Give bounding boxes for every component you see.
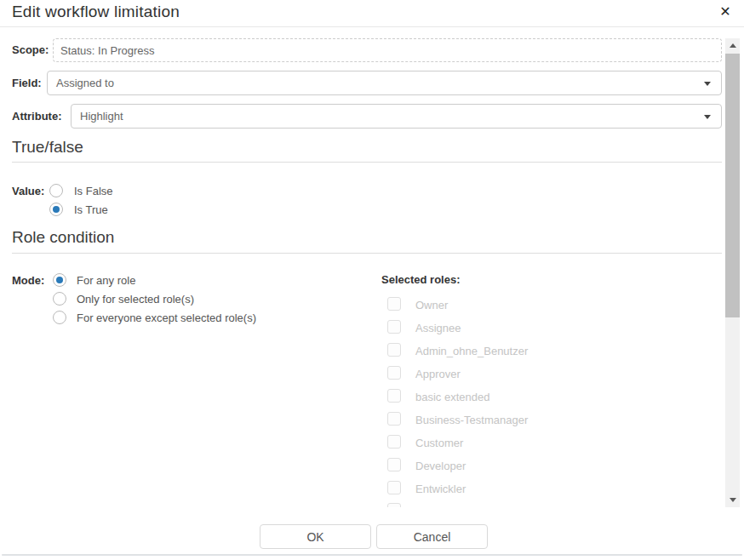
dialog-bottom-border xyxy=(2,554,742,556)
attribute-select[interactable]: Highlight xyxy=(71,104,722,129)
role-label: Business-Testmanager xyxy=(415,414,528,426)
role-item-partial xyxy=(381,503,637,507)
dropdown-caret-icon xyxy=(704,82,711,86)
role-checkbox[interactable] xyxy=(387,503,401,507)
scrollbar-down-arrow-icon[interactable] xyxy=(725,493,740,507)
role-checkbox[interactable] xyxy=(387,343,401,357)
role-label: Assignee xyxy=(415,322,461,334)
section-heading-true-false: True/false xyxy=(12,138,83,157)
attribute-label: Attribute: xyxy=(12,110,62,123)
field-select[interactable]: Assigned to xyxy=(47,71,722,95)
role-item-assignee: Assignee xyxy=(381,320,637,337)
role-label: Customer xyxy=(415,437,463,449)
radio-for-any-role-label[interactable]: For any role xyxy=(77,274,135,287)
role-label: Owner xyxy=(415,299,448,311)
role-item-business-testmanager: Business-Testmanager xyxy=(381,412,637,429)
scope-label: Scope: xyxy=(12,43,49,56)
section-heading-role-condition: Role condition xyxy=(12,228,114,247)
role-checkbox[interactable] xyxy=(387,297,401,311)
close-icon[interactable]: ✕ xyxy=(717,3,734,20)
role-item-owner: Owner xyxy=(381,297,637,314)
section-divider xyxy=(12,253,722,254)
scope-input[interactable] xyxy=(53,38,722,62)
radio-is-true[interactable] xyxy=(49,203,63,216)
radio-for-any-role[interactable] xyxy=(53,273,66,287)
role-item-customer: Customer xyxy=(381,435,637,452)
field-select-value: Assigned to xyxy=(56,77,114,89)
section-divider xyxy=(12,162,722,163)
role-item-entwickler: Entwickler xyxy=(381,481,637,498)
role-item-developer: Developer xyxy=(381,458,637,475)
dialog-title: Edit workflow limitation xyxy=(12,3,180,21)
role-label: Developer xyxy=(415,460,466,472)
role-checkbox[interactable] xyxy=(387,481,401,494)
dialog-header: Edit workflow limitation ✕ xyxy=(0,0,744,27)
scrollbar-thumb[interactable] xyxy=(725,54,740,317)
role-checkbox[interactable] xyxy=(387,389,401,403)
radio-is-false[interactable] xyxy=(49,184,63,197)
field-label: Field: xyxy=(12,77,42,89)
radio-is-false-label[interactable]: Is False xyxy=(74,185,113,197)
role-label: basic extended xyxy=(415,391,489,403)
role-checkbox[interactable] xyxy=(387,435,401,449)
radio-everyone-except-selected[interactable] xyxy=(53,311,66,324)
vertical-scrollbar[interactable] xyxy=(725,38,740,507)
radio-only-selected-roles[interactable] xyxy=(53,292,66,306)
role-label: Entwickler xyxy=(415,483,466,495)
role-item-admin-ohne-benutzer: Admin_ohne_Benutzer xyxy=(381,343,637,360)
role-checkbox[interactable] xyxy=(387,412,401,426)
ok-button[interactable]: OK xyxy=(260,524,371,549)
role-item-basic-extended: basic extended xyxy=(381,389,637,406)
scrollbar-up-arrow-icon[interactable] xyxy=(725,38,740,53)
role-label: Admin_ohne_Benutzer xyxy=(415,345,528,357)
dropdown-caret-icon xyxy=(704,115,711,119)
role-checkbox[interactable] xyxy=(387,458,401,471)
radio-everyone-except-selected-label[interactable]: For everyone except selected role(s) xyxy=(77,311,256,324)
cancel-button[interactable]: Cancel xyxy=(376,524,488,549)
role-item-approver: Approver xyxy=(381,366,637,383)
mode-label: Mode: xyxy=(12,274,44,287)
role-checkbox[interactable] xyxy=(387,366,401,380)
selected-roles-label: Selected roles: xyxy=(381,273,461,286)
value-label: Value: xyxy=(12,185,44,197)
role-checkbox[interactable] xyxy=(387,320,401,334)
radio-is-true-label[interactable]: Is True xyxy=(74,203,108,216)
edit-workflow-limitation-dialog: { "header": { "title": "Edit workflow li… xyxy=(0,0,744,560)
role-label: Approver xyxy=(415,368,461,380)
radio-only-selected-roles-label[interactable]: Only for selected role(s) xyxy=(77,293,194,306)
attribute-select-value: Highlight xyxy=(80,110,123,123)
dialog-body: Scope: Field: Assigned to Attribute: Hig… xyxy=(0,38,725,507)
